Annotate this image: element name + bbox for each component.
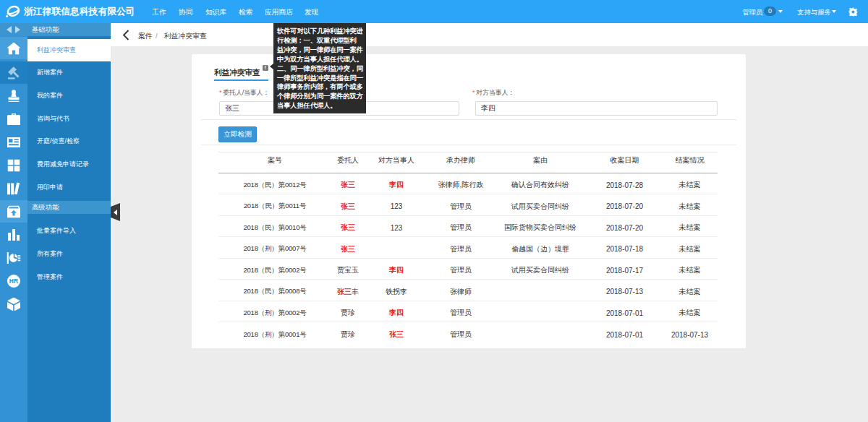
svg-text:HR: HR: [9, 277, 18, 285]
